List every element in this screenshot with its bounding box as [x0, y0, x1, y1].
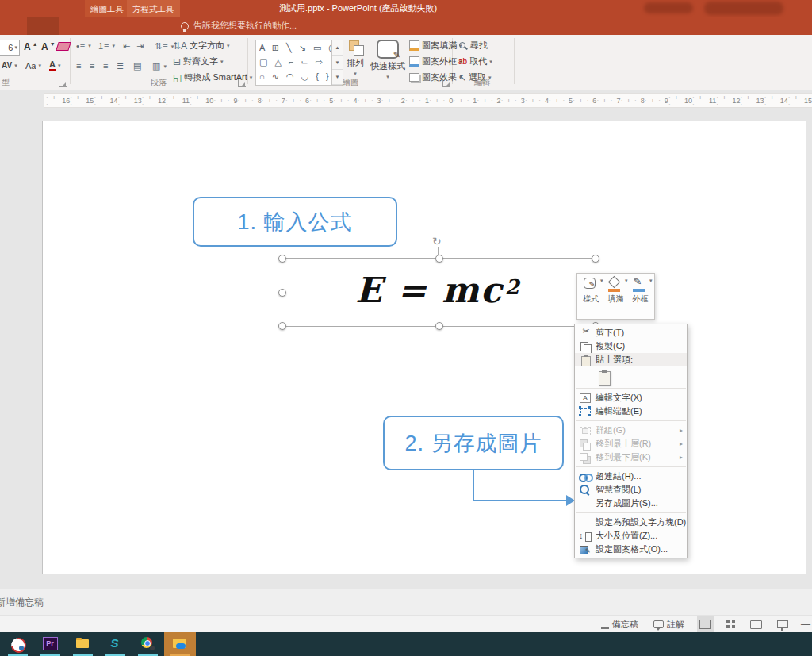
align-center-button[interactable]: ≡ [90, 61, 95, 71]
font-dialog-launcher[interactable] [59, 79, 67, 87]
resize-handle-ne[interactable] [592, 255, 599, 263]
resize-handle-sw[interactable] [278, 322, 286, 330]
notes-placeholder: 新增備忘稿 [0, 596, 44, 609]
taskbar-app[interactable] [164, 632, 196, 656]
ruler-cells: · ı ·16· ı ·15· ı ·14· ı ·13· ı ·12· ı ·… [46, 94, 812, 107]
grow-font-button[interactable]: A▲ [24, 41, 38, 52]
context-menu-item[interactable]: 複製(C) [575, 340, 687, 353]
resize-handle-nw[interactable] [278, 255, 286, 263]
shape-row[interactable]: ⌂ ∿ ◠ ◡ { } [256, 69, 331, 83]
columns-button[interactable]: ▥▾ [152, 61, 167, 71]
ruler-number: · ı ·8 [238, 94, 262, 107]
resize-handle-w[interactable] [278, 289, 286, 297]
ribbon-tab[interactable] [43, 17, 59, 35]
shape-row[interactable]: ▢ △ ⌐ ⌙ ⇨ ⇩ [256, 55, 331, 69]
character-spacing-button[interactable]: AV▾ [2, 61, 17, 70]
text-direction-button[interactable]: ⇅A文字方向▾ [173, 40, 230, 52]
slide-sorter-view-button[interactable] [724, 616, 737, 633]
taskbar-app[interactable] [99, 632, 132, 656]
smart-lookup-icon [576, 483, 596, 497]
tell-me-box[interactable]: 告訴我您想要執行的動作... [181, 17, 297, 35]
ribbon-tab[interactable] [0, 17, 11, 35]
comments-toggle-button[interactable]: 註解 [651, 616, 687, 633]
arrange-button[interactable]: 排列▾ [341, 40, 370, 77]
taskbar-app[interactable] [67, 632, 99, 656]
context-menu-item[interactable]: 智慧查閱(L) [575, 483, 687, 497]
context-menu-item[interactable]: 群組(G) [575, 424, 687, 437]
paragraph-dialog-launcher[interactable] [238, 79, 246, 87]
shape-outline-icon [409, 56, 419, 67]
align-text-button[interactable]: ⊟對齊文字▾ [173, 56, 224, 67]
equation-superscript: 2 [505, 275, 521, 299]
slideshow-button[interactable] [775, 616, 791, 633]
bullets-button[interactable]: •≡▾ [76, 41, 91, 51]
numbering-button[interactable]: 1≡▾ [98, 41, 115, 51]
align-left-button[interactable]: ≡ [76, 61, 82, 71]
ribbon-tab[interactable] [11, 17, 27, 35]
context-menu-item[interactable]: 設定為預設文字方塊(D) [575, 516, 687, 529]
context-menu-item[interactable]: 大小及位置(Z)... [575, 529, 687, 543]
shrink-font-button[interactable]: A▼ [41, 41, 56, 52]
taskbar-app[interactable] [2, 632, 34, 656]
chrome-icon [140, 636, 156, 652]
clear-formatting-button[interactable] [57, 42, 70, 51]
font-color-button[interactable]: A▾ [49, 60, 60, 71]
notes-pane[interactable]: 新增備忘稿 [0, 589, 812, 616]
context-menu-item[interactable]: 貼上選項: [575, 353, 687, 366]
equation-text[interactable]: E = mc2 [282, 256, 595, 324]
mini-toolbar-button[interactable]: ▾ 填滿 [604, 276, 627, 316]
folder-onedrive-icon [172, 636, 188, 652]
rotation-handle-icon[interactable]: ↻ [432, 235, 442, 247]
shape-outline-button[interactable]: 圖案外框▾ [409, 56, 462, 67]
replace-button[interactable]: ab取代▾ [458, 56, 492, 67]
callout-step1-text: 1. 輸入公式 [237, 208, 352, 236]
context-menu: 剪下(T) 複製(C) 貼上選項: 編輯文字(X) 編輯端點(E) [574, 324, 688, 558]
find-button[interactable]: 尋找 [458, 40, 488, 52]
line-spacing-button[interactable]: ⇅≡▾ [155, 41, 174, 52]
slide-canvas[interactable] [42, 121, 806, 574]
group-icon [576, 424, 596, 437]
taskbar-app[interactable] [132, 632, 164, 656]
contextual-tool-group-equation: 方程式工具 [127, 0, 180, 17]
align-right-button[interactable]: ≡ [103, 61, 109, 71]
horizontal-ruler[interactable]: · ı ·16· ı ·15· ı ·14· ı ·13· ı ·12· ı ·… [44, 93, 812, 108]
context-menu-item[interactable]: 剪下(T) [575, 326, 687, 340]
resize-handle-s[interactable] [435, 322, 443, 330]
increase-indent-button[interactable]: ⇥ [136, 41, 144, 52]
context-menu-item[interactable]: 移到最上層(R) [575, 437, 687, 451]
drawing-dialog-launcher[interactable] [442, 79, 450, 87]
decrease-indent-button[interactable]: ⇤ [123, 41, 131, 52]
font-size-box[interactable]: 6▾ [0, 40, 20, 56]
shape-gallery[interactable]: A ⊞ ╲ ↘ ▭ ◯ ▢ △ ⌐ ⌙ ⇨ ⇩ ⌂ ∿ ◠ ◡ { } [255, 40, 332, 86]
context-menu-item[interactable]: 編輯文字(X) [575, 391, 687, 405]
notes-toggle-button[interactable]: 備忘稿 [599, 616, 641, 633]
reading-view-button[interactable] [748, 616, 764, 633]
change-case-button[interactable]: Aa▾ [25, 61, 41, 71]
normal-view-button[interactable] [697, 616, 714, 633]
mini-toolbar-button[interactable]: ▾ 樣式 [580, 276, 603, 316]
quick-styles-button[interactable]: 快速樣式▾ [368, 40, 408, 80]
ruler-number: · ı ·6 [573, 94, 596, 107]
shape-row[interactable]: A ⊞ ╲ ↘ ▭ ◯ [256, 40, 331, 55]
distributed-button[interactable]: ▤ [133, 61, 142, 71]
context-menu-item[interactable] [576, 420, 686, 421]
callout-step1[interactable]: 1. 輸入公式 [193, 197, 397, 247]
context-menu-item[interactable] [576, 512, 686, 513]
context-menu-item[interactable]: 設定圖案格式(O)... [575, 543, 687, 556]
taskbar-app[interactable] [34, 632, 67, 656]
context-menu-item[interactable] [576, 388, 686, 389]
resize-handle-n[interactable] [435, 255, 443, 263]
ruler-number: · ı ·5 [549, 94, 573, 107]
context-menu-item[interactable] [576, 466, 686, 467]
hyperlink-icon [576, 470, 596, 483]
quick-styles-icon [377, 40, 399, 59]
ribbon-tab[interactable] [27, 17, 43, 35]
mini-toolbar-button[interactable]: ▾ 外框 [629, 276, 652, 316]
shape-effects-button[interactable]: 圖案效果▾ [409, 71, 462, 83]
ruler-number: · ı ·2 [477, 94, 500, 107]
callout-step2[interactable]: 2. 另存成圖片 [383, 416, 564, 470]
zoom-out-button[interactable]: — [801, 619, 810, 630]
context-menu-item[interactable]: 超連結(H)... [575, 470, 687, 483]
shape-fill-button[interactable]: 圖案填滿▾ [409, 40, 462, 52]
justify-button[interactable]: ≣ [117, 61, 124, 71]
